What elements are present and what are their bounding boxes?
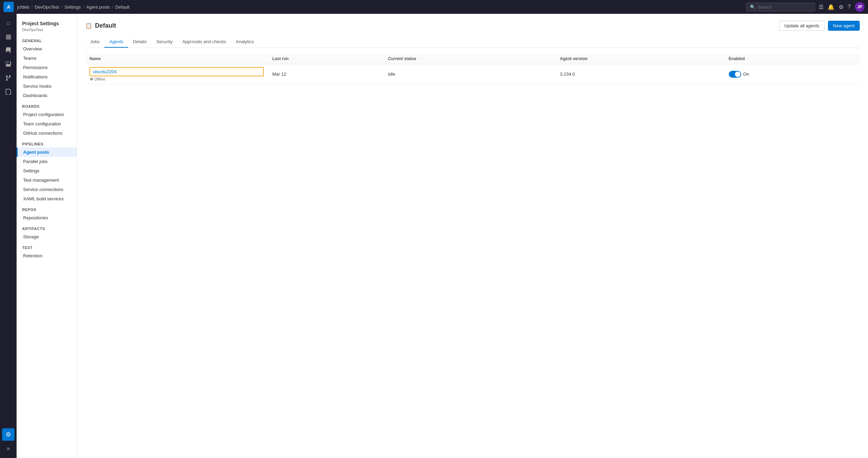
table-header: Name Last run Current status Agent versi… bbox=[85, 54, 860, 64]
agent-last-run: Mar 12 bbox=[268, 64, 384, 84]
rail-collapse[interactable]: » bbox=[2, 442, 15, 455]
col-version: Agent version bbox=[556, 54, 724, 64]
sidebar-item-repositories[interactable]: Repositories bbox=[17, 213, 77, 222]
agent-name-cell: ubuntu2204 Offline bbox=[85, 64, 268, 84]
sidebar-section-test: Test bbox=[17, 241, 77, 251]
rail-artifacts[interactable] bbox=[2, 86, 15, 98]
agent-status-label: Offline bbox=[94, 77, 105, 81]
rail-boards[interactable]: ▦ bbox=[2, 30, 15, 43]
agent-name[interactable]: ubuntu2204 bbox=[89, 67, 264, 76]
col-enabled: Enabled bbox=[725, 54, 860, 64]
agent-enabled-cell: On bbox=[725, 64, 860, 84]
topbar: A jcfdeb / DevOpsTest / Settings / Agent… bbox=[0, 0, 868, 14]
breadcrumb-item-org[interactable]: jcfdeb bbox=[17, 4, 29, 10]
agents-table-container: Name Last run Current status Agent versi… bbox=[85, 54, 860, 84]
sidebar-item-agent-pools[interactable]: Agent pools bbox=[17, 147, 77, 157]
breadcrumb-item-project[interactable]: DevOpsTest bbox=[35, 4, 59, 10]
sidebar-item-storage[interactable]: Storage bbox=[17, 232, 77, 241]
sidebar-item-github-connections[interactable]: GitHub connections bbox=[17, 128, 77, 138]
sidebar-item-overview[interactable]: Overview bbox=[17, 44, 77, 54]
sidebar-item-retention[interactable]: Retention bbox=[17, 251, 77, 260]
update-all-agents-button[interactable]: Update all agents bbox=[779, 21, 824, 31]
sidebar-item-teams[interactable]: Teams bbox=[17, 54, 77, 63]
agent-current-status: Idle bbox=[384, 64, 556, 84]
tab-analytics[interactable]: Analytics bbox=[231, 36, 259, 48]
sidebar-item-parallel-jobs[interactable]: Parallel jobs bbox=[17, 157, 77, 166]
table-row: ubuntu2204 Offline Mar 12 Idle 3.234.0 bbox=[85, 64, 860, 84]
tabs: Jobs Agents Details Security Approvals a… bbox=[85, 36, 860, 48]
topbar-icons: ☰ 🔔 ⚙ ? JP bbox=[819, 2, 865, 12]
col-status: Current status bbox=[384, 54, 556, 64]
search-box[interactable]: 🔍 bbox=[746, 3, 815, 11]
list-icon[interactable]: ☰ bbox=[819, 4, 823, 10]
topbar-right: 🔍 ☰ 🔔 ⚙ ? JP bbox=[746, 2, 865, 12]
header-actions: Update all agents New agent bbox=[779, 21, 860, 31]
sidebar-item-team-config[interactable]: Team configuration bbox=[17, 119, 77, 128]
toggle-label: On bbox=[743, 71, 749, 77]
tab-agents[interactable]: Agents bbox=[104, 36, 128, 48]
rail-bottom: ⚙ » bbox=[2, 428, 15, 458]
sidebar-item-xaml-build[interactable]: XAML build services bbox=[17, 194, 77, 203]
search-input[interactable] bbox=[757, 4, 811, 10]
sidebar-section-pipelines: Pipelines bbox=[17, 138, 77, 147]
sidebar-section-general: General bbox=[17, 35, 77, 44]
new-agent-button[interactable]: New agent bbox=[828, 21, 860, 31]
rail-testplans[interactable] bbox=[2, 72, 15, 84]
settings-topbar-icon[interactable]: ⚙ bbox=[839, 4, 843, 10]
tab-details[interactable]: Details bbox=[128, 36, 152, 48]
sidebar-item-project-config[interactable]: Project configuration bbox=[17, 110, 77, 119]
table-body: ubuntu2204 Offline Mar 12 Idle 3.234.0 bbox=[85, 64, 860, 84]
search-icon: 🔍 bbox=[750, 4, 755, 10]
bell-icon[interactable]: 🔔 bbox=[828, 4, 834, 10]
breadcrumb-item-default[interactable]: Default bbox=[115, 4, 130, 10]
sidebar-item-test-management[interactable]: Test management bbox=[17, 175, 77, 185]
breadcrumb: jcfdeb / DevOpsTest / Settings / Agent p… bbox=[17, 4, 746, 10]
breadcrumb-item-agentpools[interactable]: Agent pools bbox=[86, 4, 110, 10]
sidebar-section-boards: Boards bbox=[17, 100, 77, 110]
status-dot-icon bbox=[90, 78, 93, 80]
breadcrumb-item-settings[interactable]: Settings bbox=[65, 4, 81, 10]
agent-version: 3.234.0 bbox=[556, 64, 724, 84]
main-content: 📋 Default Update all agents New agent Jo… bbox=[77, 14, 868, 458]
sidebar-section-artifacts: Artifacts bbox=[17, 222, 77, 232]
app-logo[interactable]: A bbox=[3, 2, 14, 12]
sidebar-section-repos: Repos bbox=[17, 203, 77, 213]
rail-settings[interactable]: ⚙ bbox=[2, 428, 15, 441]
tab-security[interactable]: Security bbox=[152, 36, 178, 48]
page-icon: 📋 bbox=[85, 22, 92, 29]
sidebar-subtitle: DevOpsTest bbox=[17, 28, 77, 35]
page-title: Default bbox=[95, 22, 116, 29]
sidebar-item-notifications[interactable]: Notifications bbox=[17, 72, 77, 82]
sidebar-item-permissions[interactable]: Permissions bbox=[17, 63, 77, 72]
sidebar: Project Settings DevOpsTest General Over… bbox=[17, 14, 77, 458]
rail-home[interactable]: ⌂ bbox=[2, 17, 15, 29]
sidebar-item-service-hooks[interactable]: Service hooks bbox=[17, 82, 77, 91]
col-last-run: Last run bbox=[268, 54, 384, 64]
question-icon[interactable]: ? bbox=[848, 4, 851, 10]
agents-table: Name Last run Current status Agent versi… bbox=[85, 54, 860, 84]
tab-approvals[interactable]: Approvals and checks bbox=[178, 36, 231, 48]
agent-enabled-toggle[interactable] bbox=[729, 71, 741, 78]
rail-repos[interactable] bbox=[2, 44, 15, 57]
sidebar-title: Project Settings bbox=[17, 18, 77, 28]
sidebar-item-service-connections[interactable]: Service connections bbox=[17, 185, 77, 194]
tab-jobs[interactable]: Jobs bbox=[85, 36, 104, 48]
icon-rail: ⌂ ▦ ⚙ » bbox=[0, 14, 17, 458]
col-name: Name bbox=[85, 54, 268, 64]
toggle-thumb bbox=[735, 71, 741, 77]
avatar[interactable]: JP bbox=[855, 2, 865, 12]
sidebar-item-dashboards[interactable]: Dashboards bbox=[17, 91, 77, 100]
rail-pipelines[interactable] bbox=[2, 58, 15, 70]
agent-status: Offline bbox=[89, 77, 264, 81]
page-title-row: 📋 Default bbox=[85, 22, 116, 29]
sidebar-item-settings[interactable]: Settings bbox=[17, 166, 77, 175]
page-header: 📋 Default Update all agents New agent bbox=[85, 21, 860, 31]
